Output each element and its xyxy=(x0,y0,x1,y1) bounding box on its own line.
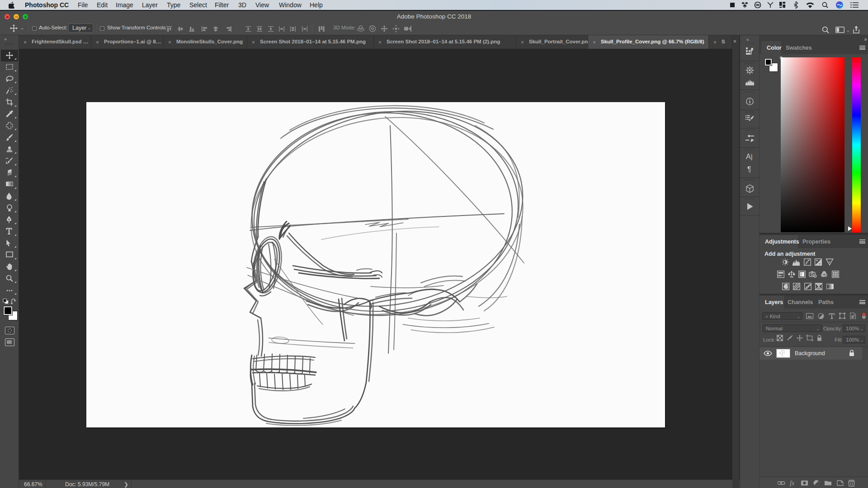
svg-text:fx: fx xyxy=(790,480,795,487)
